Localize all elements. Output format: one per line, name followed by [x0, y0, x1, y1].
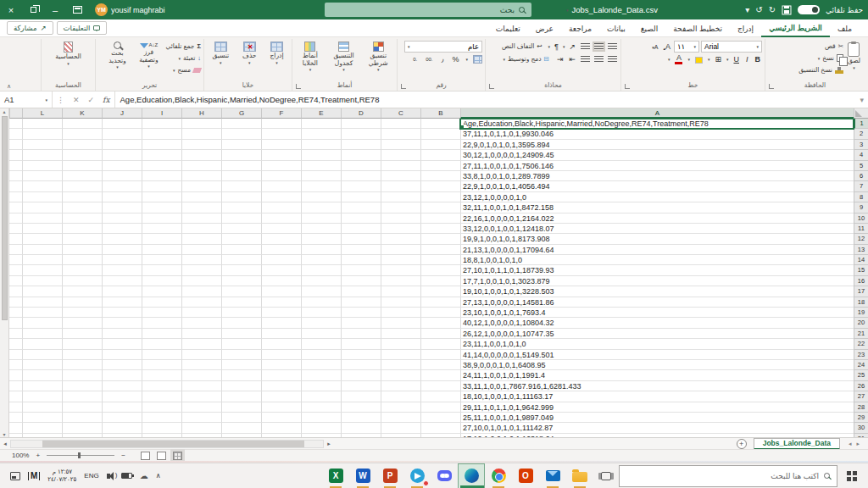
redo-icon[interactable]: ↻: [769, 5, 776, 14]
cell[interactable]: [181, 318, 221, 328]
format-painter-button[interactable]: نسخ التنسيق: [798, 64, 843, 75]
cell[interactable]: [381, 297, 420, 308]
cell[interactable]: [420, 181, 460, 191]
cell[interactable]: [341, 350, 381, 360]
cell-A15[interactable]: 27,10,1,0,1,1,0,1,18739.93: [460, 265, 854, 275]
cell[interactable]: [181, 214, 221, 224]
cell[interactable]: [420, 224, 460, 234]
volume-icon[interactable]: [107, 474, 110, 479]
align-right-icon[interactable]: [608, 56, 617, 63]
cell[interactable]: [142, 265, 181, 275]
collapse-ribbon-icon[interactable]: ∧: [7, 83, 11, 90]
cell[interactable]: [142, 360, 181, 370]
formula-input[interactable]: Age,Education,Black,Hispanic,Married,NoD…: [114, 92, 856, 108]
align-middle-icon[interactable]: [594, 43, 604, 50]
taskbar-app-discord[interactable]: [431, 463, 458, 488]
cell[interactable]: [420, 308, 460, 318]
cell[interactable]: [301, 245, 341, 255]
cell[interactable]: [301, 413, 341, 423]
decrease-decimal-icon[interactable]: .0: [411, 57, 419, 62]
cell[interactable]: [22, 255, 62, 265]
cell[interactable]: [9, 181, 22, 191]
cell[interactable]: [301, 370, 341, 380]
cell[interactable]: [301, 171, 341, 181]
cell[interactable]: [420, 286, 460, 297]
cell[interactable]: [9, 391, 22, 402]
cell[interactable]: [22, 181, 62, 191]
cell[interactable]: [261, 360, 301, 370]
cell[interactable]: [181, 245, 221, 255]
cell[interactable]: [142, 297, 181, 308]
cell[interactable]: [221, 286, 261, 297]
wrap-text-button[interactable]: ↩التفاف النص: [502, 41, 542, 52]
cell[interactable]: [261, 181, 301, 191]
cell[interactable]: [341, 423, 381, 433]
cell[interactable]: [301, 119, 341, 129]
row-header[interactable]: 28: [854, 402, 868, 413]
ribbon-tab[interactable]: مراجعة: [561, 19, 599, 37]
enter-icon[interactable]: ✓: [84, 92, 99, 108]
cell[interactable]: [221, 150, 261, 160]
cell[interactable]: [102, 329, 142, 339]
cell[interactable]: [341, 224, 381, 234]
cell[interactable]: [181, 181, 221, 191]
battery-icon[interactable]: [121, 473, 132, 479]
cell[interactable]: [301, 391, 341, 402]
decrease-indent-icon[interactable]: ⇤: [567, 55, 577, 64]
cell[interactable]: [221, 276, 261, 286]
taskbar-search-box[interactable]: اكتب هنا للبحث: [619, 465, 837, 487]
cell[interactable]: [22, 350, 62, 360]
cell[interactable]: [420, 402, 460, 413]
cell[interactable]: [62, 402, 102, 413]
cell[interactable]: [221, 350, 261, 360]
cell[interactable]: [221, 119, 261, 129]
row-header[interactable]: 8: [854, 192, 868, 202]
cell[interactable]: [181, 402, 221, 413]
taskbar-app-excel[interactable]: X: [322, 463, 349, 488]
row-header[interactable]: 12: [854, 234, 868, 244]
cell[interactable]: [181, 350, 221, 360]
sort-filter-button[interactable]: A↓Zفرز وتصفية▾: [134, 41, 163, 70]
cell[interactable]: [341, 245, 381, 255]
cell[interactable]: [142, 171, 181, 181]
cell[interactable]: [9, 255, 22, 265]
decrease-font-icon[interactable]: A▾: [650, 44, 659, 50]
cell[interactable]: [142, 381, 181, 391]
cell[interactable]: [62, 370, 102, 380]
cell[interactable]: [261, 413, 301, 423]
cell[interactable]: [102, 391, 142, 402]
cell-A14[interactable]: 18,8,1,0,0,1,0,1,0: [460, 255, 854, 265]
row-header[interactable]: 1: [854, 119, 868, 129]
cell[interactable]: [301, 381, 341, 391]
cell[interactable]: [221, 318, 261, 328]
cell[interactable]: [261, 276, 301, 286]
cell[interactable]: [181, 286, 221, 297]
cell[interactable]: [181, 192, 221, 202]
cell[interactable]: [181, 297, 221, 308]
cut-button[interactable]: ✂قص: [798, 41, 843, 52]
row-header[interactable]: 5: [854, 161, 868, 171]
row-header[interactable]: 25: [854, 370, 868, 380]
cell[interactable]: [420, 265, 460, 275]
cell[interactable]: [142, 286, 181, 297]
cell[interactable]: [301, 181, 341, 191]
row-header[interactable]: 22: [854, 339, 868, 349]
cell[interactable]: [381, 224, 420, 234]
cell[interactable]: [142, 181, 181, 191]
cell[interactable]: [102, 129, 142, 139]
cell-A2[interactable]: 37,11,1,0,1,1,0,1,9930.046: [460, 129, 854, 139]
cell[interactable]: [341, 119, 381, 129]
cell[interactable]: [9, 224, 22, 234]
cell[interactable]: [62, 255, 102, 265]
cell[interactable]: [381, 286, 420, 297]
cell[interactable]: [341, 339, 381, 349]
cell-A16[interactable]: 17,7,1,0,0,1,0,1,3023.879: [460, 276, 854, 286]
row-header[interactable]: 9: [854, 202, 868, 213]
cell[interactable]: [142, 234, 181, 244]
cell[interactable]: [420, 119, 460, 129]
cell[interactable]: [420, 413, 460, 423]
cell[interactable]: [181, 381, 221, 391]
ribbon-tab[interactable]: الصيغ: [633, 19, 666, 37]
cell[interactable]: [381, 339, 420, 349]
cell[interactable]: [420, 255, 460, 265]
